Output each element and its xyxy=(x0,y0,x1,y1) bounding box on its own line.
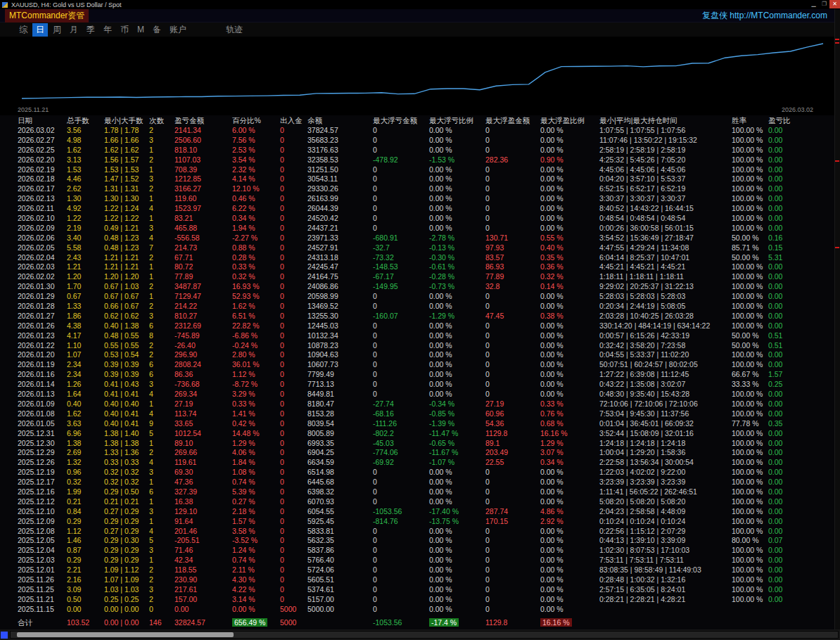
table-row[interactable]: 2026.01.201.070.53 | 0.542296.902.80 %01… xyxy=(0,350,834,360)
table-row[interactable]: 2026.01.090.400.40 | 0.40127.190.33 %081… xyxy=(0,399,834,409)
table-row[interactable]: 2026.01.053.630.40 | 0.41933.650.42 %080… xyxy=(0,419,834,429)
table-cell: 2.69 xyxy=(67,448,104,458)
table-row[interactable]: 2025.12.170.320.32 | 0.32147.360.74 %064… xyxy=(0,478,834,487)
table-row[interactable]: 2025.12.292.691.33 | 1.362269.664.06 %06… xyxy=(0,448,834,458)
table-row[interactable]: 2025.12.090.290.29 | 0.29191.641.57 %059… xyxy=(0,517,834,527)
table-row[interactable]: 2025.12.051.460.29 | 0.305-205.51-3.52 %… xyxy=(0,536,834,546)
table-row[interactable]: 2025.12.301.381.38 | 1.38189.101.29 %069… xyxy=(0,439,834,449)
panel-website-link[interactable]: 复盘侠 http://MTCommander.com xyxy=(702,10,827,22)
table-row[interactable]: 2026.01.221.100.55 | 0.552-26.40-0.24 %0… xyxy=(0,341,834,351)
table-row[interactable]: 2026.01.264.380.40 | 1.3862312.6922.82 %… xyxy=(0,321,834,331)
table-cell: 0.00 % xyxy=(540,331,599,341)
table-row[interactable]: 2026.02.172.621.31 | 1.3123166.2712.10 %… xyxy=(0,184,834,194)
toolbar-tab-M[interactable]: M xyxy=(134,24,148,35)
table-row[interactable]: 2026.02.251.621.62 | 1.621818.102.53 %03… xyxy=(0,146,834,155)
column-header-12: 最小|平均|最大持仓时间 xyxy=(599,115,732,126)
table-row[interactable]: 2026.02.131.301.30 | 1.301119.600.46 %02… xyxy=(0,194,834,204)
table-row[interactable]: 2025.12.190.960.32 | 0.32369.301.08 %065… xyxy=(0,468,834,478)
table-row[interactable]: 2026.01.131.640.41 | 0.414269.343.29 %08… xyxy=(0,390,834,399)
table-row[interactable]: 2026.02.021.201.20 | 1.20177.890.32 %024… xyxy=(0,272,834,282)
table-row[interactable]: 2026.02.203.131.56 | 1.5721107.033.54 %0… xyxy=(0,155,834,165)
table-cell: 100.00 % xyxy=(732,497,768,507)
table-row[interactable]: 2026.02.055.580.48 | 1.237214.730.88 %02… xyxy=(0,243,834,253)
table-cell: 6398.32 xyxy=(307,487,373,497)
table-cell xyxy=(768,605,803,615)
table-cell: -73.32 xyxy=(373,253,429,263)
toolbar-tab-年[interactable]: 年 xyxy=(100,23,115,37)
table-row[interactable]: 2026.01.271.860.62 | 0.623810.276.51 %01… xyxy=(0,312,834,321)
table-row[interactable]: 2025.12.161.990.29 | 0.506327.395.39 %06… xyxy=(0,487,834,497)
table-row[interactable]: 2025.12.316.961.38 | 1.4051012.5414.48 %… xyxy=(0,429,834,439)
table-row[interactable]: 2026.02.031.211.21 | 1.21180.720.33 %024… xyxy=(0,262,834,272)
table-row[interactable]: 2025.11.210.500.25 | 0.252157.003.14 %05… xyxy=(0,595,834,605)
horizontal-scrollbar-thumb[interactable] xyxy=(17,632,234,637)
table-row[interactable]: 2026.01.281.330.66 | 0.672214.221.62 %01… xyxy=(0,302,834,312)
table-row[interactable]: 2025.11.150.000.00 | 0.0000.000.00 %5000… xyxy=(0,605,834,615)
table-row[interactable]: 2026.01.081.620.40 | 0.414113.741.41 %08… xyxy=(0,409,834,419)
table-cell: 0 xyxy=(373,595,429,605)
table-cell: -1.29 % xyxy=(429,312,485,321)
table-cell: 4 xyxy=(149,527,174,537)
minimize-button[interactable]: ▁ xyxy=(808,0,819,8)
table-cell: 0 xyxy=(280,468,307,478)
table-row[interactable]: 2025.11.262.161.07 | 1.092230.904.30 %05… xyxy=(0,575,834,585)
table-row[interactable]: 2026.01.301.700.67 | 1.0323487.8716.93 %… xyxy=(0,282,834,292)
table-row[interactable]: 2026.02.114.921.22 | 1.2441523.976.22 %0… xyxy=(0,204,834,214)
table-cell: 1 xyxy=(149,556,174,565)
table-row[interactable]: 2026.02.274.981.66 | 1.6632506.607.56 %0… xyxy=(0,136,834,146)
table-cell: 0 xyxy=(373,321,429,331)
toolbar-tab-币[interactable]: 币 xyxy=(117,23,132,37)
table-row[interactable]: 2026.01.290.670.67 | 0.6717129.4752.93 %… xyxy=(0,292,834,302)
horizontal-scrollbar[interactable] xyxy=(10,631,839,639)
toolbar-tab-季[interactable]: 季 xyxy=(83,23,98,37)
table-row[interactable]: 2026.02.184.461.47 | 1.5231212.854.14 %0… xyxy=(0,174,834,184)
table-cell: 2025.12.03 xyxy=(18,556,67,565)
close-button[interactable]: ✕ xyxy=(829,0,840,8)
table-row[interactable]: 2026.02.101.221.22 | 1.22183.210.34 %024… xyxy=(0,214,834,224)
table-total-row: 合计103.520.00 | 0.0014632824.57656.49 %50… xyxy=(0,617,834,627)
toolbar-tab-trajectory[interactable]: 轨迹 xyxy=(222,23,246,37)
table-row[interactable]: 2026.01.141.260.41 | 0.433-736.68-8.72 %… xyxy=(0,380,834,390)
table-cell: 100.00 % xyxy=(732,487,768,497)
table-row[interactable]: 2026.02.191.531.53 | 1.531708.392.32 %03… xyxy=(0,165,834,175)
table-cell: 2026.01.20 xyxy=(18,350,67,360)
table-row[interactable]: 2025.12.040.870.29 | 0.29371.461.24 %058… xyxy=(0,546,834,556)
table-cell: 0 xyxy=(280,429,307,439)
restore-button[interactable]: ❐ xyxy=(819,0,829,8)
table-row[interactable]: 2025.12.030.290.29 | 0.29142.340.74 %057… xyxy=(0,556,834,565)
table-cell: 0.29 | 0.29 xyxy=(104,556,149,565)
table-cell: 0 xyxy=(373,214,429,224)
toolbar-tab-周[interactable]: 周 xyxy=(49,23,65,37)
table-cell: 0 xyxy=(280,243,307,253)
table-row[interactable]: 2026.02.042.431.21 | 1.21267.710.28 %024… xyxy=(0,253,834,263)
column-header-1: 总手数 xyxy=(67,115,104,126)
table-row[interactable]: 2025.12.100.840.27 | 0.293129.102.18 %06… xyxy=(0,507,834,517)
table-cell: 0.00 % xyxy=(540,595,599,605)
table-cell: 0 xyxy=(485,487,540,497)
table-row[interactable]: 2025.12.012.211.09 | 1.122118.552.11 %05… xyxy=(0,565,834,575)
table-cell: 0.74 % xyxy=(232,556,280,565)
table-row[interactable]: 2025.11.253.091.03 | 1.033217.614.22 %05… xyxy=(0,585,834,595)
table-row[interactable]: 2025.12.120.210.21 | 0.21116.380.27 %060… xyxy=(0,497,834,507)
table-cell: 0.00 % xyxy=(429,292,485,302)
table-cell: 2.92 % xyxy=(540,517,599,527)
table-cell: 77.89 xyxy=(485,272,540,282)
table-row[interactable]: 2026.01.162.340.39 | 0.39686.361.12 %077… xyxy=(0,370,834,380)
table-row[interactable]: 2026.03.023.561.78 | 1.7822141.346.00 %0… xyxy=(0,126,834,136)
table-row[interactable]: 2025.12.261.320.33 | 0.334119.611.84 %06… xyxy=(0,458,834,468)
toolbar-tab-月[interactable]: 月 xyxy=(66,23,82,37)
table-cell: 0 xyxy=(485,468,540,478)
table-cell: 2026.03.02 xyxy=(18,126,67,136)
table-cell: 2026.02.02 xyxy=(18,272,67,282)
toolbar-tab-账户[interactable]: 账户 xyxy=(166,23,190,37)
table-cell: 1.22 | 1.24 xyxy=(104,204,149,214)
table-row[interactable]: 2026.02.063.400.48 | 1.234-556.58-2.27 %… xyxy=(0,233,834,243)
table-row[interactable]: 2026.01.234.170.48 | 0.558-745.89-6.86 %… xyxy=(0,331,834,341)
table-body: 2026.03.023.561.78 | 1.7822141.346.00 %0… xyxy=(0,126,834,615)
toolbar-tab-综[interactable]: 综 xyxy=(15,23,31,37)
toolbar-tab-备[interactable]: 备 xyxy=(149,23,165,37)
table-row[interactable]: 2026.01.192.340.39 | 0.3962808.2436.01 %… xyxy=(0,360,834,370)
toolbar-tab-日[interactable]: 日 xyxy=(32,23,48,37)
table-row[interactable]: 2026.02.092.190.49 | 1.213465.881.94 %02… xyxy=(0,224,834,233)
table-row[interactable]: 2025.12.081.120.27 | 0.294201.463.58 %05… xyxy=(0,527,834,537)
